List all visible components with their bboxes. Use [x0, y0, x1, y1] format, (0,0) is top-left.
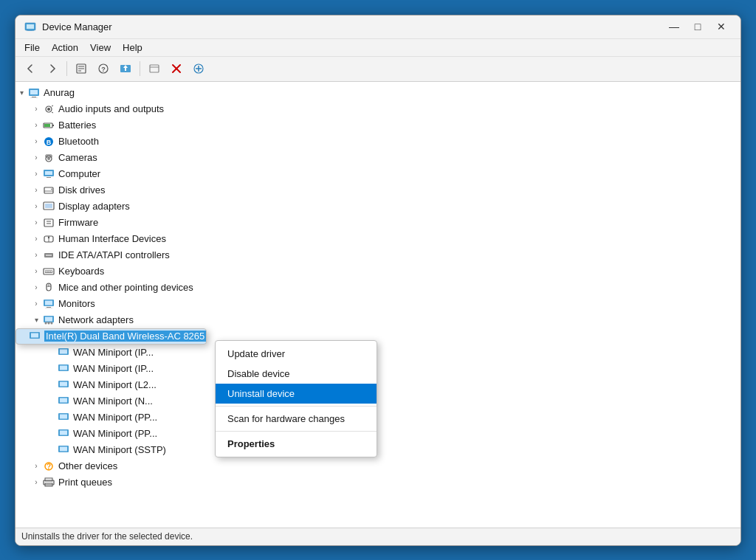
svg-rect-3 [27, 31, 34, 32]
svg-rect-13 [150, 65, 159, 72]
tree-firmware[interactable]: › Firmware [16, 215, 740, 231]
expand-hid[interactable]: › [30, 233, 42, 245]
ctx-update-driver[interactable]: Update driver [216, 344, 377, 364]
window-title: Device Manager [42, 21, 664, 32]
tree-hid[interactable]: › Human Interface Devices [16, 231, 740, 247]
uninstall-button[interactable] [166, 59, 187, 78]
expand-monitors[interactable]: › [30, 298, 42, 310]
svg-text:?: ? [47, 463, 51, 471]
expand-mice[interactable]: › [30, 282, 42, 294]
close-button[interactable]: ✕ [711, 19, 732, 34]
disk-label: Disk drives [58, 184, 106, 196]
expand-disk[interactable]: › [30, 184, 42, 196]
expand-keyboards[interactable]: › [30, 266, 42, 277]
tree-ide[interactable]: › IDE ATA/ATAPI controllers [16, 247, 740, 263]
svg-rect-30 [44, 124, 50, 127]
expand-cameras[interactable]: › [30, 152, 42, 164]
scan-button[interactable] [144, 59, 165, 78]
tree-wan-n[interactable]: WAN Miniport (N... [16, 393, 740, 409]
firmware-label: Firmware [58, 217, 98, 228]
tree-cameras[interactable]: › Cameras [16, 150, 740, 166]
svg-rect-84 [60, 398, 67, 402]
device-tree[interactable]: ▾ Anurag › [16, 82, 740, 528]
expand-network[interactable]: ▾ [30, 314, 42, 326]
tree-bluetooth[interactable]: › B Bluetooth [16, 134, 740, 150]
forward-button[interactable] [42, 59, 63, 78]
expand-intel-wifi [16, 331, 28, 342]
tree-audio[interactable]: › Audio inputs and outputs [16, 101, 740, 117]
properties-button[interactable] [71, 59, 92, 78]
tree-wan-sstp[interactable]: WAN Miniport (SSTP) [16, 442, 740, 458]
tree-wan-ip2[interactable]: WAN Miniport (IP... [16, 361, 740, 377]
svg-rect-88 [60, 430, 67, 435]
wan-ip1-icon [57, 346, 70, 359]
expand-root[interactable]: ▾ [16, 87, 27, 99]
tree-wan-pp1[interactable]: WAN Miniport (PP... [16, 409, 740, 426]
expand-computer[interactable]: › [30, 168, 42, 180]
svg-rect-22 [32, 97, 36, 97]
maximize-button[interactable]: □ [687, 19, 708, 34]
computer-icon2 [42, 167, 55, 181]
menu-action[interactable]: Action [46, 41, 84, 55]
tree-computer[interactable]: › Computer [16, 166, 740, 182]
expand-firmware[interactable]: › [30, 217, 42, 229]
svg-rect-80 [60, 365, 67, 370]
svg-point-49 [48, 236, 49, 238]
tree-wan-pp2[interactable]: WAN Miniport (PP... [16, 426, 740, 442]
wan-ip2-label: WAN Miniport (IP... [73, 363, 154, 374]
add-driver-button[interactable] [188, 59, 209, 78]
back-button[interactable] [20, 59, 41, 78]
print-icon [42, 476, 55, 489]
monitor-icon [42, 297, 55, 311]
wan-pp1-label: WAN Miniport (PP... [73, 412, 157, 423]
menu-view[interactable]: View [84, 41, 117, 55]
other-icon: ? [42, 460, 55, 473]
ctx-uninstall-device[interactable]: Uninstall device [216, 384, 377, 404]
tree-keyboards[interactable]: › Keyboards [16, 263, 740, 280]
keyboards-label: Keyboards [58, 266, 104, 277]
svg-rect-74 [31, 333, 38, 337]
expand-ide[interactable]: › [30, 249, 42, 261]
expand-print[interactable]: › [30, 477, 42, 488]
svg-rect-43 [45, 204, 52, 208]
tree-display[interactable]: › Display adapters [16, 198, 740, 215]
print-label: Print queues [58, 477, 112, 488]
hid-label: Human Interface Devices [58, 233, 166, 244]
ctx-properties[interactable]: Properties [216, 434, 377, 454]
update-driver-button[interactable] [115, 59, 136, 78]
expand-bluetooth[interactable]: › [30, 136, 42, 148]
tree-batteries[interactable]: › Batteries [16, 117, 740, 134]
help-button[interactable]: ? [93, 59, 114, 78]
wan-n-icon [57, 395, 70, 408]
svg-text:B: B [47, 139, 52, 146]
svg-rect-64 [47, 307, 51, 308]
tree-network[interactable]: ▾ Network adapters [16, 312, 740, 328]
root-label: Anurag [44, 87, 75, 98]
tree-disk[interactable]: › Disk drives [16, 182, 740, 198]
expand-batteries[interactable]: › [30, 120, 42, 131]
tree-mice[interactable]: › Mice and other pointing devices [16, 280, 740, 296]
mouse-icon [42, 281, 55, 294]
tree-monitors[interactable]: › Monitors [16, 296, 740, 312]
tree-wan-ip1[interactable]: WAN Miniport (IP... [16, 345, 740, 361]
intel-wifi-label: Intel(R) Dual Band Wireless-AC 8265 [44, 331, 206, 342]
tree-other[interactable]: › ? Other devices [16, 458, 740, 474]
tree-print[interactable]: › Print queues [16, 474, 740, 491]
camera-icon [42, 151, 55, 165]
ctx-disable-device[interactable]: Disable device [216, 364, 377, 384]
expand-audio[interactable]: › [30, 103, 42, 115]
firmware-icon [42, 216, 55, 229]
expand-display[interactable]: › [30, 201, 42, 212]
tree-wan-l2[interactable]: WAN Miniport (L2... [16, 377, 740, 393]
menu-file[interactable]: File [18, 41, 46, 55]
expand-other[interactable]: › [30, 460, 42, 472]
ctx-scan-hardware[interactable]: Scan for hardware changes [216, 409, 377, 429]
menu-help[interactable]: Help [117, 41, 148, 55]
cameras-label: Cameras [58, 152, 97, 163]
tree-intel-wifi[interactable]: Intel(R) Dual Band Wireless-AC 8265 [16, 328, 207, 345]
title-bar: Device Manager — □ ✕ [16, 15, 740, 39]
display-icon [42, 200, 55, 213]
svg-rect-29 [52, 125, 54, 126]
minimize-button[interactable]: — [664, 19, 684, 34]
tree-root[interactable]: ▾ Anurag [16, 85, 740, 101]
